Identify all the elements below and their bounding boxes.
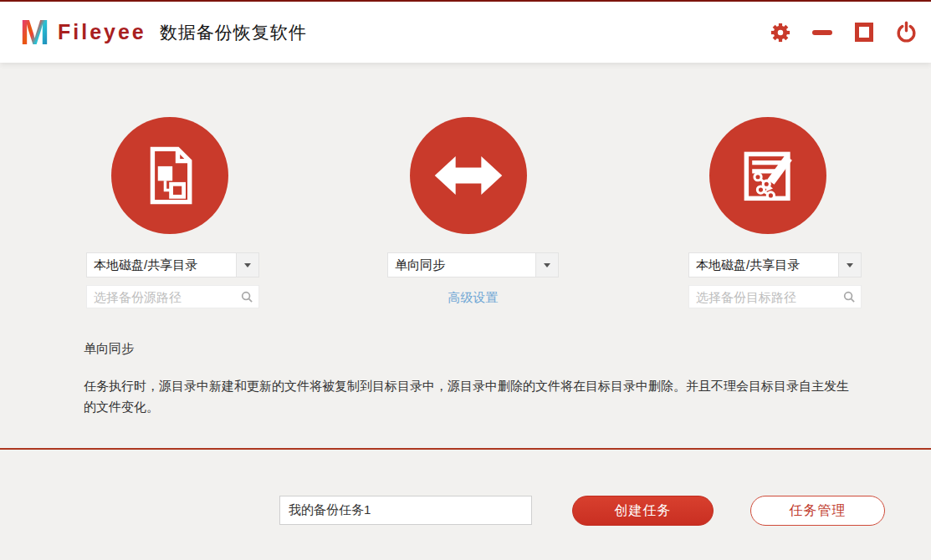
settings-button[interactable] bbox=[769, 21, 792, 44]
advanced-settings-link[interactable]: 高级设置 bbox=[387, 290, 559, 306]
target-type-caret bbox=[838, 253, 861, 277]
sync-mode-circle bbox=[410, 117, 527, 234]
source-browse-button[interactable] bbox=[235, 291, 258, 303]
source-type-caret bbox=[236, 253, 258, 277]
sync-mode-dropdown[interactable]: 单向同步 bbox=[387, 252, 559, 277]
search-icon bbox=[843, 291, 856, 303]
target-type-dropdown[interactable]: 本地磁盘/共享目录 bbox=[688, 252, 862, 277]
task-name-input[interactable] bbox=[279, 496, 532, 525]
title-bar: M Fileyee 数据备份恢复软件 bbox=[0, 2, 931, 63]
target-path-input[interactable] bbox=[689, 290, 837, 304]
chevron-down-icon bbox=[544, 263, 550, 267]
section-divider bbox=[0, 448, 931, 450]
app-logo: M Fileyee 数据备份恢复软件 bbox=[20, 15, 307, 50]
backup-target-icon bbox=[734, 141, 802, 210]
create-task-button[interactable]: 创建任务 bbox=[572, 496, 714, 526]
minimize-button[interactable] bbox=[811, 21, 834, 44]
target-path-field bbox=[688, 285, 862, 308]
gear-icon bbox=[769, 21, 792, 44]
chevron-down-icon bbox=[244, 263, 251, 267]
target-type-value: 本地磁盘/共享目录 bbox=[689, 257, 838, 273]
minimize-icon bbox=[812, 30, 832, 35]
sync-mode-description-title: 单向同步 bbox=[84, 341, 134, 357]
sync-mode-description-body: 任务执行时，源目录中新建和更新的文件将被复制到目标目录中，源目录中删除的文件将在… bbox=[84, 375, 850, 417]
chevron-down-icon bbox=[847, 263, 853, 267]
source-type-value: 本地磁盘/共享目录 bbox=[87, 257, 236, 273]
target-circle bbox=[709, 117, 826, 234]
source-circle bbox=[111, 117, 228, 234]
power-button[interactable] bbox=[894, 21, 918, 44]
sync-mode-caret bbox=[535, 253, 558, 277]
maximize-button[interactable] bbox=[852, 21, 876, 44]
app-title: 数据备份恢复软件 bbox=[160, 21, 307, 44]
backup-source-icon bbox=[138, 140, 202, 211]
sync-arrows-icon bbox=[430, 137, 507, 214]
sync-mode-value: 单向同步 bbox=[388, 257, 535, 273]
power-icon bbox=[895, 21, 918, 43]
manage-tasks-button[interactable]: 任务管理 bbox=[750, 496, 885, 526]
source-type-dropdown[interactable]: 本地磁盘/共享目录 bbox=[86, 252, 259, 277]
source-path-field bbox=[86, 285, 259, 308]
fileyee-logo-icon: M bbox=[20, 15, 49, 50]
window-controls bbox=[769, 21, 931, 44]
target-browse-button[interactable] bbox=[837, 291, 861, 303]
source-path-input[interactable] bbox=[87, 290, 235, 304]
brand-name: Fileyee bbox=[58, 20, 146, 44]
maximize-icon bbox=[855, 23, 873, 42]
search-icon bbox=[241, 291, 253, 303]
